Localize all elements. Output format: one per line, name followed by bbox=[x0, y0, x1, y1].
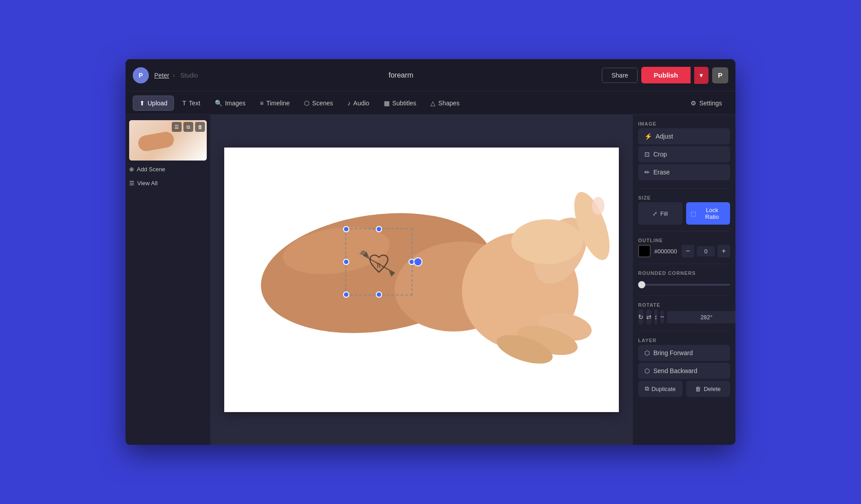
breadcrumb-separator: › bbox=[173, 72, 177, 79]
divider-1 bbox=[638, 188, 730, 189]
images-button[interactable]: 🔍 Images bbox=[209, 96, 252, 110]
add-scene-button[interactable]: ⊕ Add Scene bbox=[129, 164, 207, 174]
duplicate-button[interactable]: ⧉ Duplicate bbox=[638, 381, 683, 397]
subtitles-label: Subtitles bbox=[392, 100, 417, 107]
breadcrumb: Peter › Studio bbox=[154, 72, 200, 79]
arm-svg bbox=[224, 148, 619, 412]
view-all-button[interactable]: ☰ View All bbox=[129, 178, 207, 188]
avatar: P bbox=[133, 67, 149, 83]
rotate-section-label: ROTATE bbox=[638, 302, 730, 308]
bring-forward-button[interactable]: ⬡ Bring Forward bbox=[638, 345, 730, 361]
timeline-button[interactable]: ≡ Timeline bbox=[254, 96, 296, 110]
audio-label: Audio bbox=[353, 100, 370, 107]
share-button[interactable]: Share bbox=[602, 68, 637, 83]
audio-button[interactable]: ♪ Audio bbox=[341, 96, 376, 110]
timeline-label: Timeline bbox=[266, 100, 290, 107]
flip-vertical-button[interactable]: ↕ bbox=[654, 309, 657, 325]
adjust-icon: ⚡ bbox=[644, 133, 652, 140]
toolbar: ⬆ Upload T Text 🔍 Images ≡ Timeline ⬡ Sc… bbox=[126, 91, 735, 115]
app-window: P Peter › Studio forearm Share Publish ▾… bbox=[126, 59, 735, 445]
svg-point-9 bbox=[592, 197, 604, 215]
delete-icon: 🗑 bbox=[695, 386, 701, 392]
lock-ratio-button[interactable]: ⬚ Lock Ratio bbox=[686, 202, 731, 225]
breadcrumb-user[interactable]: Peter bbox=[154, 72, 169, 79]
divider-2 bbox=[638, 231, 730, 231]
divider-5 bbox=[638, 331, 730, 331]
images-label: Images bbox=[225, 100, 246, 107]
svg-point-4 bbox=[511, 219, 583, 264]
slider-container bbox=[638, 278, 730, 289]
outline-value-input[interactable] bbox=[697, 246, 715, 256]
top-bar: P Peter › Studio forearm Share Publish ▾… bbox=[126, 59, 735, 91]
image-section-label: IMAGE bbox=[638, 121, 730, 126]
layer-section: LAYER ⬡ Bring Forward ⬡ Send Backward ⧉ … bbox=[638, 338, 730, 397]
flip-v-icon: ↕ bbox=[654, 313, 657, 321]
scene-delete-button[interactable]: 🗑 bbox=[195, 122, 205, 132]
outline-row: #000000 − + bbox=[638, 245, 730, 257]
rounded-corners-slider[interactable] bbox=[638, 284, 730, 286]
fill-icon: ⤢ bbox=[652, 210, 657, 217]
lock-ratio-icon: ⬚ bbox=[691, 210, 696, 217]
rotate-cw-icon: ↻ bbox=[638, 313, 644, 321]
send-backward-button[interactable]: ⬡ Send Backward bbox=[638, 363, 730, 379]
erase-label: Erase bbox=[653, 169, 670, 176]
divider-4 bbox=[638, 295, 730, 296]
rotate-value-input[interactable] bbox=[667, 311, 735, 323]
divider-3 bbox=[638, 264, 730, 264]
canvas-area[interactable]: R bbox=[211, 115, 632, 445]
arm-background bbox=[224, 148, 619, 412]
sidebar: ☰ ⧉ 🗑 ⊕ Add Scene ☰ View All bbox=[126, 115, 211, 445]
fill-label: Fill bbox=[660, 210, 668, 217]
settings-label: Settings bbox=[699, 100, 722, 107]
rounded-corners-label: ROUNDED CORNERS bbox=[638, 270, 730, 276]
outline-section-label: OUTLINE bbox=[638, 238, 730, 243]
upload-label: Upload bbox=[148, 100, 167, 107]
shapes-button[interactable]: △ Shapes bbox=[424, 96, 465, 110]
subtitles-button[interactable]: ▦ Subtitles bbox=[378, 96, 423, 110]
crop-icon: ⊡ bbox=[644, 151, 650, 158]
rotate-section: ROTATE ↻ ⇄ ↕ − + bbox=[638, 302, 730, 325]
scenes-button[interactable]: ⬡ Scenes bbox=[298, 96, 339, 110]
adjust-button[interactable]: ⚡ Adjust bbox=[638, 128, 730, 144]
publish-button[interactable]: Publish bbox=[641, 67, 691, 83]
rotate-decrease-button[interactable]: − bbox=[660, 311, 664, 323]
outline-color-swatch[interactable] bbox=[638, 245, 651, 257]
text-button[interactable]: T Text bbox=[176, 96, 206, 110]
scene-menu-button[interactable]: ☰ bbox=[172, 122, 182, 132]
settings-icon: ⚙ bbox=[691, 100, 696, 107]
image-section: IMAGE ⚡ Adjust ⊡ Crop ✏ Erase bbox=[638, 121, 730, 182]
main-content: ☰ ⧉ 🗑 ⊕ Add Scene ☰ View All bbox=[126, 115, 735, 445]
duplicate-label: Duplicate bbox=[652, 386, 676, 392]
delete-label: Delete bbox=[704, 386, 721, 392]
shapes-label: Shapes bbox=[438, 100, 459, 107]
scene-duplicate-button[interactable]: ⧉ bbox=[183, 122, 193, 132]
lock-ratio-label: Lock Ratio bbox=[699, 207, 726, 220]
rotate-cw-button[interactable]: ↻ bbox=[638, 309, 644, 325]
breadcrumb-page: Studio bbox=[180, 72, 198, 79]
right-panel: IMAGE ⚡ Adjust ⊡ Crop ✏ Erase SIZE bbox=[632, 115, 735, 445]
fill-button[interactable]: ⤢ Fill bbox=[638, 202, 683, 225]
project-title: forearm bbox=[205, 71, 597, 79]
erase-button[interactable]: ✏ Erase bbox=[638, 164, 730, 180]
view-all-label: View All bbox=[137, 180, 157, 187]
size-section: SIZE ⤢ Fill ⬚ Lock Ratio bbox=[638, 195, 730, 225]
flip-horizontal-button[interactable]: ⇄ bbox=[646, 309, 652, 325]
publish-arrow-button[interactable]: ▾ bbox=[694, 67, 709, 84]
images-icon: 🔍 bbox=[215, 100, 222, 107]
upload-button[interactable]: ⬆ Upload bbox=[133, 96, 174, 111]
outline-increase-button[interactable]: + bbox=[718, 245, 730, 257]
outline-section: OUTLINE #000000 − + bbox=[638, 238, 730, 257]
user-avatar-button[interactable]: P bbox=[712, 67, 728, 83]
outline-color-label: #000000 bbox=[654, 248, 678, 255]
crop-button[interactable]: ⊡ Crop bbox=[638, 146, 730, 162]
scenes-icon: ⬡ bbox=[304, 100, 309, 107]
bring-forward-label: Bring Forward bbox=[653, 349, 693, 356]
erase-icon: ✏ bbox=[644, 169, 650, 176]
action-row: ⧉ Duplicate 🗑 Delete bbox=[638, 381, 730, 397]
text-icon: T bbox=[182, 100, 186, 107]
delete-button[interactable]: 🗑 Delete bbox=[686, 381, 731, 397]
settings-button[interactable]: ⚙ Settings bbox=[684, 96, 728, 110]
add-scene-label: Add Scene bbox=[137, 166, 165, 173]
outline-decrease-button[interactable]: − bbox=[682, 245, 694, 257]
subtitles-icon: ▦ bbox=[384, 100, 390, 107]
